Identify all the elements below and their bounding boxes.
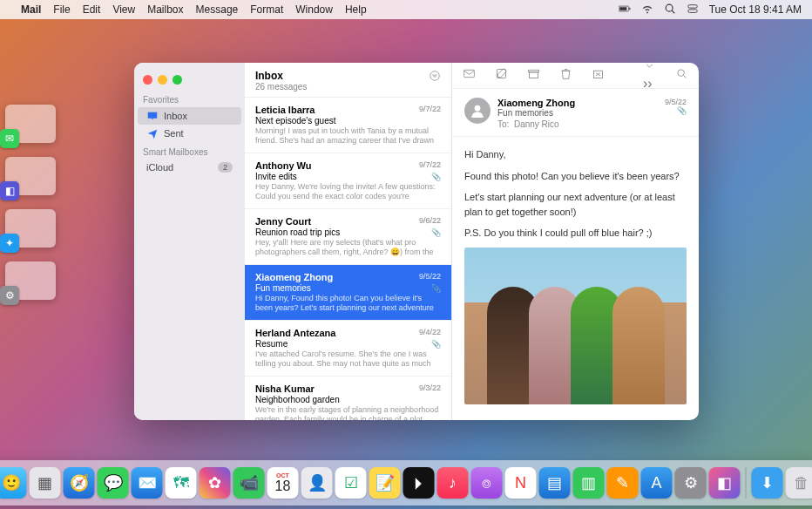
sidebar-item-inbox[interactable]: Inbox (138, 107, 241, 125)
stage-thumb-shortcuts[interactable]: ◧ (5, 157, 56, 195)
msg-from: Anthony Wu (255, 160, 441, 171)
archive-icon[interactable] (527, 67, 540, 84)
wifi-icon[interactable] (641, 3, 653, 17)
dock-calendar[interactable]: OCT18 (267, 467, 299, 499)
dock-mail[interactable]: ✉️ (132, 467, 163, 499)
menu-format[interactable]: Format (250, 3, 283, 16)
dock-pages[interactable]: ✎ (607, 467, 639, 499)
dock-music[interactable]: ♪ (437, 467, 469, 499)
dock-tv[interactable]: ⏵ (403, 467, 435, 499)
menu-file[interactable]: File (53, 3, 70, 16)
filter-icon[interactable] (429, 70, 441, 85)
app-name[interactable]: Mail (21, 3, 41, 16)
menubar-datetime[interactable]: Tue Oct 18 9:41 AM (709, 3, 802, 16)
svg-line-4 (672, 10, 674, 13)
message-header: Xiaomeng Zhong Fun memories To: Danny Ri… (452, 89, 699, 137)
attached-photo[interactable] (464, 248, 687, 404)
body-line: P.S. Do you think I could pull off blue … (464, 226, 687, 241)
msg-preview: Hey, y'all! Here are my selects (that's … (255, 238, 441, 257)
dock-news[interactable]: N (505, 467, 537, 499)
dock-contacts[interactable]: 👤 (301, 467, 333, 499)
dock-maps[interactable]: 🗺 (166, 467, 197, 499)
svg-point-7 (430, 71, 440, 81)
message-body[interactable]: Hi Danny, Found this photo! Can you beli… (452, 137, 699, 415)
msg-date: 9/5/22 (419, 272, 441, 281)
spotlight-icon[interactable] (664, 3, 676, 17)
message-row[interactable]: Nisha Kumar9/3/22Neighborhood gardenWe'r… (245, 377, 451, 420)
trash-icon[interactable] (559, 67, 572, 84)
message-row[interactable]: Leticia Ibarra9/7/22Next episode's guest… (245, 98, 451, 153)
icloud-badge: 2 (218, 162, 233, 173)
msg-from: Herland Antezana (255, 328, 441, 338)
sidebar-item-icloud[interactable]: iCloud 2 (138, 159, 241, 175)
sidebar-item-label: Sent (164, 128, 184, 139)
msg-subject: Invite edits (255, 172, 441, 181)
menu-help[interactable]: Help (345, 3, 367, 16)
menu-window[interactable]: Window (295, 3, 333, 16)
msg-subject: Neighborhood garden (255, 395, 441, 404)
dock-shortcuts[interactable]: ◧ (709, 467, 741, 499)
zoom-button[interactable] (173, 75, 182, 85)
minimize-button[interactable] (158, 75, 167, 85)
dock-podcasts[interactable]: ⌾ (471, 467, 503, 499)
battery-icon[interactable] (619, 3, 631, 17)
svg-rect-5 (687, 4, 697, 8)
compose-icon[interactable] (495, 67, 508, 84)
msg-date: 9/7/22 (419, 105, 441, 113)
msg-from: Jenny Court (255, 216, 441, 227)
menu-edit[interactable]: Edit (83, 3, 101, 16)
message-row[interactable]: Anthony Wu9/7/22📎Invite editsHey Danny, … (245, 153, 451, 209)
menu-view[interactable]: View (112, 3, 135, 16)
svg-line-14 (684, 76, 687, 78)
sidebar-smart-header: Smart Mailboxes (134, 142, 245, 159)
stage-thumb-messages[interactable]: ✉ (5, 105, 56, 143)
svg-point-3 (666, 4, 673, 11)
message-list[interactable]: Leticia Ibarra9/7/22Next episode's guest… (245, 98, 451, 420)
dock-launchpad[interactable]: ▦ (30, 467, 61, 499)
message-row[interactable]: Jenny Court9/6/22📎Reunion road trip pics… (245, 209, 451, 265)
dock-settings[interactable]: ⚙ (675, 467, 707, 499)
dock-downloads[interactable]: ⬇ (752, 467, 783, 499)
dock-finder[interactable]: 🙂 (0, 467, 27, 499)
dock-messages[interactable]: 💬 (98, 467, 129, 499)
msg-subject: Next episode's guest (255, 116, 441, 126)
message-viewer: ›› Xiaomeng Zhong Fun memories To: Danny… (452, 63, 699, 420)
close-button[interactable] (143, 75, 152, 85)
dock-appstore[interactable]: A (641, 467, 673, 499)
message-list-pane: Inbox 26 messages Leticia Ibarra9/7/22Ne… (245, 63, 452, 420)
settings-icon: ⚙ (0, 286, 19, 305)
sent-icon (146, 127, 159, 139)
sidebar-item-sent[interactable]: Sent (138, 125, 241, 142)
msg-from: Nisha Kumar (255, 383, 441, 394)
list-count: 26 messages (255, 82, 307, 92)
dock-safari[interactable]: 🧭 (64, 467, 95, 499)
safari-icon: ✦ (0, 234, 19, 253)
dock-numbers[interactable]: ▥ (573, 467, 605, 499)
dock-reminders[interactable]: ☑ (335, 467, 367, 499)
menu-mailbox[interactable]: Mailbox (147, 3, 183, 16)
menu-message[interactable]: Message (196, 3, 239, 16)
attachment-icon: 📎 (431, 228, 441, 237)
dock-trash[interactable]: 🗑 (786, 467, 813, 499)
stage-thumb-safari[interactable]: ✦ (5, 209, 56, 248)
dock-notes[interactable]: 📝 (369, 467, 401, 499)
stage-thumb-settings[interactable]: ⚙ (5, 261, 56, 300)
window-controls (134, 70, 245, 90)
message-row[interactable]: Herland Antezana9/4/22📎ResumeI've attach… (245, 321, 451, 377)
dock-facetime[interactable]: 📹 (233, 467, 265, 499)
msg-subject: Reunion road trip pics (255, 227, 441, 237)
svg-rect-2 (629, 7, 630, 9)
reply-icon[interactable] (463, 67, 476, 84)
svg-rect-11 (530, 72, 538, 78)
dock-keynote[interactable]: ▤ (539, 467, 571, 499)
more-icon[interactable]: ›› (643, 63, 656, 92)
msg-preview: Hey Danny, We're loving the invite! A fe… (255, 182, 441, 201)
control-center-icon[interactable] (687, 3, 699, 17)
dock-photos[interactable]: ✿ (200, 467, 231, 499)
message-row[interactable]: Xiaomeng Zhong9/5/22📎Fun memoriesHi Dann… (245, 265, 451, 321)
search-icon[interactable] (675, 67, 688, 84)
junk-icon[interactable] (592, 67, 605, 84)
sidebar-item-label: Inbox (164, 111, 187, 121)
attachment-icon: 📎 (431, 340, 441, 349)
attachment-icon: 📎 (431, 284, 441, 293)
